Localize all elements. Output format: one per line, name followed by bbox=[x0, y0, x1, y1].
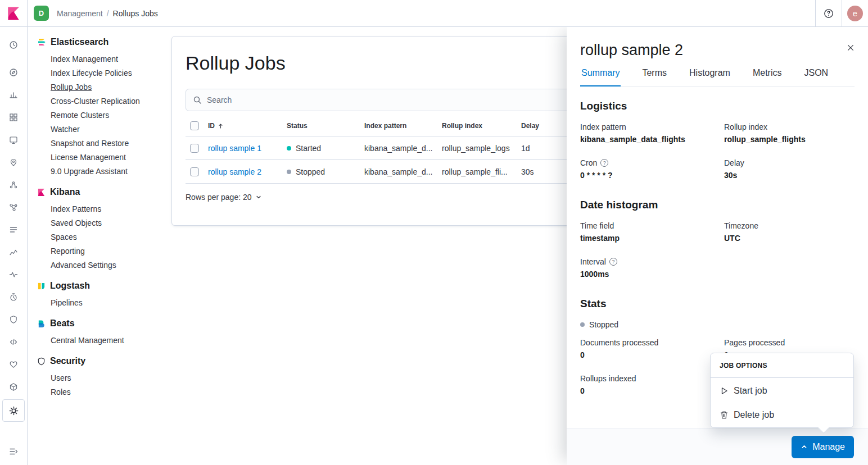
tab-histogram[interactable]: Histogram bbox=[688, 68, 731, 86]
tab-metrics[interactable]: Metrics bbox=[752, 68, 783, 86]
status-label: Stopped bbox=[296, 167, 325, 176]
sidebar-item-rollup-jobs[interactable]: Rollup Jobs bbox=[51, 80, 168, 94]
tab-summary[interactable]: Summary bbox=[580, 68, 621, 86]
cell-rollup-index: rollup_sample_fli... bbox=[442, 167, 521, 176]
date-histogram-section: Date histogram Time field timestamp Time… bbox=[580, 199, 855, 279]
cron-help-icon[interactable]: ? bbox=[600, 159, 608, 167]
nav-section-logstash: Logstash Pipelines bbox=[37, 281, 168, 310]
sidebar-item-users[interactable]: Users bbox=[51, 371, 168, 385]
nav-section-elasticsearch: Elasticsearch Index Management Index Lif… bbox=[37, 37, 168, 179]
row-checkbox[interactable] bbox=[190, 167, 199, 176]
index-pattern-value: kibana_sample_data_flights bbox=[580, 135, 724, 144]
sidebar-item-cross-cluster-replication[interactable]: Cross-Cluster Replication bbox=[51, 94, 168, 108]
start-job-menu-item[interactable]: Start job bbox=[711, 379, 853, 403]
column-header-status: Status bbox=[287, 122, 364, 130]
sidebar-item-reporting[interactable]: Reporting bbox=[51, 244, 168, 258]
logistics-section: Logistics Index pattern kibana_sample_da… bbox=[580, 100, 855, 180]
index-pattern-label: Index pattern bbox=[580, 122, 724, 131]
sidebar-item-index-lifecycle-policies[interactable]: Index Lifecycle Policies bbox=[51, 66, 168, 80]
help-icon bbox=[824, 8, 834, 19]
rows-per-page-button[interactable]: Rows per page: 20 bbox=[186, 193, 262, 202]
dashboard-icon[interactable] bbox=[0, 106, 27, 129]
sidebar-item-saved-objects[interactable]: Saved Objects bbox=[51, 216, 168, 230]
metrics-icon[interactable] bbox=[0, 241, 27, 263]
nav-heading-beats: Beats bbox=[37, 318, 168, 329]
sidebar-item-pipelines[interactable]: Pipelines bbox=[51, 296, 168, 310]
column-header-id[interactable]: ID bbox=[208, 122, 287, 130]
sidebar-item-advanced-settings[interactable]: Advanced Settings bbox=[51, 258, 168, 272]
stats-status-label: Stopped bbox=[589, 320, 618, 329]
documents-processed-label: Documents processed bbox=[580, 338, 724, 347]
machine-learning-icon[interactable] bbox=[0, 174, 27, 196]
sidebar-item-roles[interactable]: Roles bbox=[51, 385, 168, 399]
time-field-label: Time field bbox=[580, 221, 724, 230]
timezone-value: UTC bbox=[724, 234, 855, 243]
delete-job-menu-item[interactable]: Delete job bbox=[711, 403, 853, 427]
select-all-checkbox[interactable] bbox=[190, 121, 199, 130]
beats-logo-icon bbox=[37, 320, 46, 328]
help-menu-button[interactable] bbox=[815, 0, 842, 26]
graph-icon[interactable] bbox=[0, 196, 27, 218]
interval-help-icon[interactable]: ? bbox=[609, 258, 617, 266]
date-histogram-heading: Date histogram bbox=[580, 199, 855, 211]
sort-ascending-icon bbox=[218, 123, 224, 129]
stack-monitoring-icon[interactable] bbox=[0, 353, 27, 376]
search-bar bbox=[186, 89, 624, 111]
job-link-rollup-sample-1[interactable]: rollup sample 1 bbox=[208, 144, 261, 153]
sidebar-item-remote-clusters[interactable]: Remote Clusters bbox=[51, 108, 168, 122]
recently-viewed-icon[interactable] bbox=[0, 34, 27, 56]
nav-heading-security: Security bbox=[37, 356, 168, 366]
uptime-icon[interactable] bbox=[0, 286, 27, 308]
logstash-logo-icon bbox=[37, 282, 46, 290]
tab-terms[interactable]: Terms bbox=[641, 68, 668, 86]
apm-icon[interactable] bbox=[0, 263, 27, 286]
logistics-heading: Logistics bbox=[580, 100, 855, 112]
sidebar-item-spaces[interactable]: Spaces bbox=[51, 230, 168, 244]
flyout-footer: Manage bbox=[567, 428, 868, 465]
tab-json[interactable]: JSON bbox=[803, 68, 829, 86]
sidebar-item-central-management[interactable]: Central Management bbox=[51, 334, 168, 348]
cron-value: 0 * * * * ? bbox=[580, 171, 724, 180]
sidebar-item-license-management[interactable]: License Management bbox=[51, 151, 168, 165]
header-actions: e bbox=[815, 0, 868, 26]
logs-icon[interactable] bbox=[0, 218, 27, 241]
row-checkbox[interactable] bbox=[190, 144, 199, 153]
manage-button[interactable]: Manage bbox=[792, 436, 854, 458]
sidebar-item-index-management[interactable]: Index Management bbox=[51, 52, 168, 66]
search-icon bbox=[193, 95, 202, 104]
flyout-tabs: Summary Terms Histogram Metrics JSON bbox=[580, 68, 855, 86]
stack-management-icon[interactable] bbox=[2, 399, 25, 422]
job-options-popover: JOB OPTIONS Start job Delete job bbox=[710, 353, 854, 428]
cell-rollup-index: rollup_sample_logs bbox=[442, 144, 521, 153]
visualize-icon[interactable] bbox=[0, 84, 27, 106]
management-sidebar: Elasticsearch Index Management Index Lif… bbox=[28, 27, 168, 465]
fleet-icon[interactable] bbox=[0, 376, 27, 398]
canvas-icon[interactable] bbox=[0, 129, 27, 151]
sidebar-item-index-patterns[interactable]: Index Patterns bbox=[51, 202, 168, 216]
pages-processed-label: Pages processed bbox=[724, 338, 855, 347]
kibana-logo[interactable] bbox=[0, 0, 28, 26]
maps-icon[interactable] bbox=[0, 151, 27, 174]
discover-icon[interactable] bbox=[0, 61, 27, 84]
sidebar-item-upgrade-assistant[interactable]: 9.0 Upgrade Assistant bbox=[51, 165, 168, 179]
top-header: D Management / Rollups Jobs e bbox=[0, 0, 868, 27]
sidebar-item-snapshot-and-restore[interactable]: Snapshot and Restore bbox=[51, 136, 168, 151]
dev-tools-icon[interactable] bbox=[0, 331, 27, 353]
collapse-nav-icon[interactable] bbox=[0, 443, 27, 461]
job-link-rollup-sample-2[interactable]: rollup sample 2 bbox=[208, 167, 261, 176]
close-icon[interactable] bbox=[846, 43, 856, 53]
user-menu-button[interactable]: e bbox=[842, 0, 868, 26]
status-dot-started bbox=[287, 146, 291, 151]
elasticsearch-logo-icon bbox=[37, 38, 46, 47]
status-label: Started bbox=[296, 144, 321, 153]
siem-icon[interactable] bbox=[0, 308, 27, 331]
space-badge[interactable]: D bbox=[34, 6, 49, 21]
breadcrumb-management[interactable]: Management bbox=[57, 9, 103, 18]
kibana-logo-icon bbox=[6, 6, 21, 21]
sidebar-item-watcher[interactable]: Watcher bbox=[51, 122, 168, 136]
breadcrumb-separator: / bbox=[107, 9, 109, 18]
search-input[interactable] bbox=[207, 95, 617, 104]
trash-icon bbox=[720, 411, 729, 420]
rollup-index-value: rollup_sample_flights bbox=[724, 135, 855, 144]
cell-index-pattern: kibana_sample_d... bbox=[364, 144, 442, 153]
